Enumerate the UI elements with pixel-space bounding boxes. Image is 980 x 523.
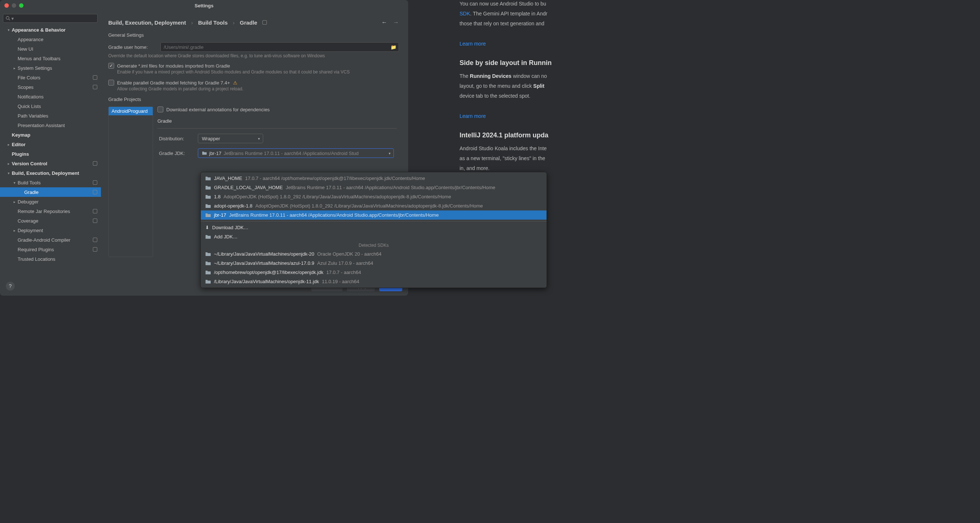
breadcrumb: Build, Execution, Deployment › Build Too… [108, 19, 399, 26]
detected-sdk-item[interactable]: ~/Library/Java/JavaVirtualMachines/azul-… [201, 258, 547, 268]
jdk-option[interactable]: adopt-openjdk-1.8AdoptOpenJDK (HotSpot) … [201, 201, 547, 210]
sidebar-item[interactable]: ▸Debugger [0, 197, 101, 206]
folder-icon [205, 234, 211, 239]
add-jdk-item[interactable]: Add JDK… [201, 232, 547, 241]
sidebar-item[interactable]: Keymap [0, 130, 101, 140]
sidebar-item[interactable]: ▾Appearance & Behavior [0, 25, 101, 35]
projects-list[interactable]: AndroidProguard [108, 107, 153, 257]
download-icon [205, 225, 209, 230]
gradle-home-input[interactable]: /Users/mini/.gradle 📁 [161, 42, 399, 52]
svg-line-1 [9, 19, 10, 21]
browse-folder-icon[interactable]: 📁 [391, 45, 396, 50]
parallel-help: Allow collecting Gradle models in parall… [117, 86, 399, 91]
project-scope-badge [93, 85, 97, 89]
sidebar-item[interactable]: ▸Editor [0, 140, 101, 149]
folder-icon [205, 204, 211, 209]
sidebar-item-label: Notifications [17, 94, 44, 99]
breadcrumb-seg[interactable]: Gradle [240, 19, 257, 26]
sidebar-item-label: Gradle [24, 190, 38, 195]
sidebar-item-label: Scopes [17, 85, 33, 90]
back-button[interactable]: ← [381, 19, 387, 26]
sidebar-item[interactable]: Gradle [0, 187, 101, 197]
sidebar-item[interactable]: File Colors [0, 73, 101, 82]
sidebar-item[interactable]: Quick Lists [0, 101, 101, 111]
sidebar-item[interactable]: ▸Version Control [0, 159, 101, 168]
project-scope-badge [93, 190, 97, 194]
breadcrumb-seg[interactable]: Build Tools [198, 19, 228, 26]
jdk-option[interactable]: 1.8AdoptOpenJDK (HotSpot) 1.8.0_292 /Lib… [201, 192, 547, 201]
gradle-subsection: Gradle [158, 118, 399, 124]
search-icon [5, 16, 11, 21]
gradle-projects-title: Gradle Projects [108, 97, 399, 102]
parallel-label: Enable parallel Gradle model fetching fo… [117, 80, 230, 86]
help-button[interactable]: ? [6, 282, 15, 290]
learn-more-link[interactable]: Learn more [460, 113, 486, 119]
sidebar-item-label: Remote Jar Repositories [17, 209, 70, 214]
sidebar-item-label: Quick Lists [17, 104, 41, 109]
sidebar-item[interactable]: Menus and Toolbars [0, 54, 101, 63]
detected-sdk-item[interactable]: /Library/Java/JavaVirtualMachines/openjd… [201, 277, 547, 286]
folder-icon [205, 261, 211, 266]
sidebar-item[interactable]: Required Plugins [0, 245, 101, 254]
sidebar-item[interactable]: Scopes [0, 82, 101, 92]
sidebar-item-label: New UI [17, 46, 33, 52]
parallel-checkbox[interactable] [108, 80, 114, 86]
reset-icon[interactable] [262, 20, 267, 25]
sidebar-item-label: Build, Execution, Deployment [11, 171, 79, 176]
forward-button: → [393, 19, 399, 26]
jdk-option[interactable]: jbr-17JetBrains Runtime 17.0.11 - aarch6… [201, 210, 547, 220]
intellij-heading: IntelliJ 2024.1 platform upda [460, 131, 980, 140]
sidebar-item[interactable]: Coverage [0, 216, 101, 225]
sidebar-item[interactable]: Plugins [0, 149, 101, 159]
sidebar-item-label: Path Variables [17, 113, 48, 119]
sidebar-item-label: Appearance & Behavior [11, 27, 66, 33]
detected-sdk-item[interactable]: ~/Library/Java/JavaVirtualMachines/openj… [201, 249, 547, 258]
sidebar-item[interactable]: Remote Jar Repositories [0, 206, 101, 216]
generate-iml-checkbox[interactable] [108, 63, 114, 69]
sidebar-item-label: Debugger [17, 199, 38, 204]
sidebar-item[interactable]: Appearance [0, 35, 101, 44]
sidebar-item[interactable]: ▾Build Tools [0, 178, 101, 187]
folder-icon [205, 194, 211, 199]
separator [201, 221, 547, 222]
detected-sdk-item[interactable]: /opt/homebrew/opt/openjdk@17/libexec/ope… [201, 268, 547, 277]
jdk-option[interactable]: JAVA_HOME17.0.7 - aarch64 /opt/homebrew/… [201, 174, 547, 183]
project-item[interactable]: AndroidProguard [109, 107, 153, 115]
sidebar-item-label: Presentation Assistant [17, 123, 65, 128]
detected-sdks-header: Detected SDKs [201, 241, 547, 249]
chevron-icon: ▸ [12, 200, 17, 204]
settings-tree[interactable]: ▾Appearance & BehaviorAppearanceNew UIMe… [0, 25, 101, 277]
sidebar-item[interactable]: Notifications [0, 92, 101, 101]
side-by-side-heading: Side by side layout in Runnin [460, 58, 980, 68]
jdk-dropdown[interactable]: JAVA_HOME17.0.7 - aarch64 /opt/homebrew/… [200, 172, 547, 288]
sidebar-item[interactable]: ▸System Settings [0, 63, 101, 73]
download-jdk-item[interactable]: Download JDK… [201, 223, 547, 232]
gradle-home-help: Override the default location where Grad… [108, 53, 399, 58]
sidebar-item-label: Required Plugins [17, 247, 54, 252]
sidebar-item[interactable]: Path Variables [0, 111, 101, 120]
sidebar-item[interactable]: Presentation Assistant [0, 120, 101, 130]
breadcrumb-seg[interactable]: Build, Execution, Deployment [108, 19, 186, 26]
sidebar-item[interactable]: New UI [0, 44, 101, 54]
distribution-select[interactable]: Wrapper [198, 134, 263, 143]
search-input[interactable]: ▾ [3, 14, 98, 23]
gradle-jdk-label: Gradle JDK: [159, 151, 193, 156]
sidebar-item-label: Deployment [17, 228, 43, 233]
chevron-icon: ▸ [12, 66, 17, 70]
sidebar-item[interactable]: ▾Build, Execution, Deployment [0, 168, 101, 178]
folder-icon [205, 213, 211, 218]
sidebar-item-label: Editor [11, 142, 26, 147]
sidebar-item-label: Build Tools [17, 180, 41, 185]
learn-more-link[interactable]: Learn more [460, 41, 486, 47]
download-annotations-checkbox[interactable] [158, 107, 163, 112]
sidebar-item[interactable]: Gradle-Android Compiler [0, 235, 101, 245]
jdk-option[interactable]: GRADLE_LOCAL_JAVA_HOMEJetBrains Runtime … [201, 183, 547, 192]
project-scope-badge [93, 209, 97, 214]
project-scope-badge [93, 238, 97, 242]
sdk-link[interactable]: SDK [460, 11, 470, 16]
sidebar-item-label: File Colors [17, 75, 40, 80]
sidebar-item[interactable]: Trusted Locations [0, 254, 101, 264]
titlebar: Settings [0, 0, 408, 11]
gradle-jdk-select[interactable]: jbr-17 JetBrains Runtime 17.0.11 - aarch… [198, 148, 394, 158]
sidebar-item[interactable]: ▸Deployment [0, 225, 101, 235]
